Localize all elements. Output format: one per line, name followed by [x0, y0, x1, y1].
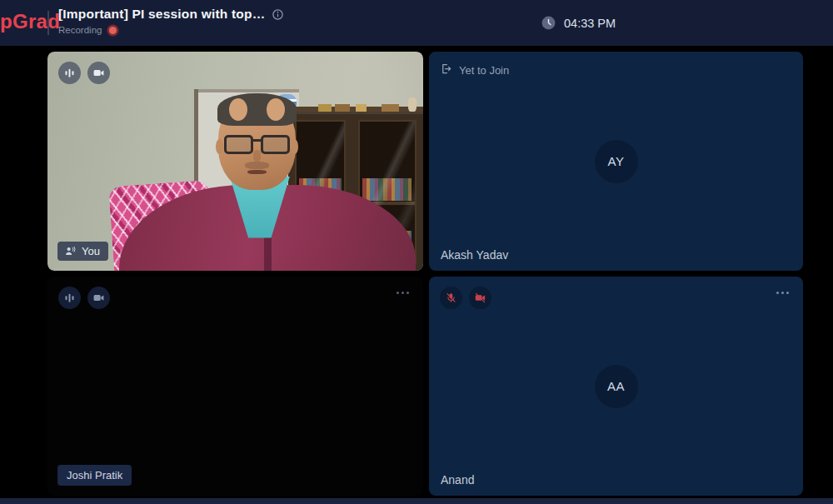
scene-glasses-lens — [224, 135, 253, 154]
scene-person-mouth — [247, 170, 266, 174]
scene-glasses-lens — [261, 135, 290, 154]
audio-level-icon — [58, 287, 81, 309]
bottom-toolbar-edge — [0, 498, 833, 504]
scene-person-hairline — [229, 98, 247, 121]
scene-person-jacket — [119, 185, 416, 271]
scene-wall-recess — [194, 89, 299, 238]
video-tile-you[interactable]: You — [47, 52, 423, 271]
recording-label: Recording — [58, 25, 102, 35]
session-title: [Important] PI session with top… — [58, 7, 265, 22]
scene-shelf-item — [408, 97, 416, 112]
scene-shelf-item — [318, 104, 332, 112]
video-grid: You Yet to Join AY Akash Yadav — [0, 46, 833, 498]
video-tile-anand[interactable]: AA Anand — [429, 277, 803, 496]
self-video-feed — [47, 52, 423, 271]
audio-level-icon — [58, 62, 81, 84]
avatar-initials: AY — [608, 154, 625, 168]
more-options-button[interactable] — [773, 288, 792, 297]
scene-shelf-item — [382, 104, 398, 112]
scene-person-hairline — [267, 98, 285, 121]
scene-person-neck — [241, 166, 278, 190]
scene-bookshelf-top — [284, 107, 423, 112]
participant-name: Joshi Pratik — [67, 469, 122, 482]
session-title-block: [Important] PI session with top… Recordi… — [58, 7, 284, 35]
self-status-icons — [58, 62, 110, 84]
info-icon[interactable] — [272, 8, 284, 21]
scene-person-collar — [224, 177, 296, 238]
camera-on-icon — [87, 287, 110, 309]
time-text: 04:33 PM — [564, 17, 616, 30]
scene-person-glasses — [224, 135, 291, 154]
participant-name-badge: Joshi Pratik — [57, 465, 132, 486]
participant-name: Anand — [441, 473, 474, 487]
camera-on-icon — [87, 62, 110, 84]
scene-person-ear — [216, 139, 223, 154]
scene-person-head — [218, 96, 295, 190]
video-call-app: upGrad [Important] PI session with top… … — [0, 0, 833, 504]
participant-status-icons — [440, 287, 491, 309]
scene-bookshelf — [288, 112, 423, 271]
clock-icon — [541, 15, 556, 31]
scene-blue-jar — [277, 94, 296, 112]
scene-pink-plaid-chair — [108, 180, 216, 271]
scene-person-nose — [253, 150, 261, 162]
top-bar: upGrad [Important] PI session with top… … — [0, 0, 833, 46]
avatar-initials: AA — [607, 379, 625, 393]
session-time: 04:33 PM — [541, 0, 616, 46]
scene-bookshelf-glass-door — [295, 120, 347, 265]
speaker-person-icon — [64, 245, 77, 257]
scene-person-mustache — [245, 162, 270, 169]
scene-shelf-item — [335, 104, 350, 112]
yet-to-join-status: Yet to Join — [440, 62, 509, 77]
participant-status-icons — [58, 287, 110, 309]
camera-muted-icon — [469, 287, 491, 309]
scene-shelf-item — [356, 104, 367, 112]
video-tile-joshi-pratik[interactable]: Joshi Pratik — [47, 277, 423, 496]
recording-dot-icon — [109, 27, 117, 34]
scene-bookshelf-glass-door — [358, 120, 416, 265]
more-options-button[interactable] — [393, 288, 412, 297]
avatar-akash-yadav: AY — [595, 140, 638, 183]
upgrad-logo: upGrad — [0, 10, 60, 33]
mic-muted-icon — [440, 287, 462, 309]
participant-name: Akash Yadav — [441, 248, 508, 262]
self-name-badge: You — [57, 242, 108, 261]
recording-indicator: Recording — [58, 25, 284, 35]
session-title-row: [Important] PI session with top… — [58, 7, 284, 22]
scene-person-ear — [291, 139, 298, 154]
self-name-label: You — [82, 245, 100, 257]
scene-person-hair — [217, 93, 296, 125]
yet-to-join-label: Yet to Join — [459, 64, 509, 77]
header-divider — [47, 11, 49, 35]
video-tile-akash-yadav[interactable]: Yet to Join AY Akash Yadav — [429, 52, 803, 271]
yet-to-join-icon — [440, 62, 452, 77]
avatar-anand: AA — [595, 365, 638, 408]
